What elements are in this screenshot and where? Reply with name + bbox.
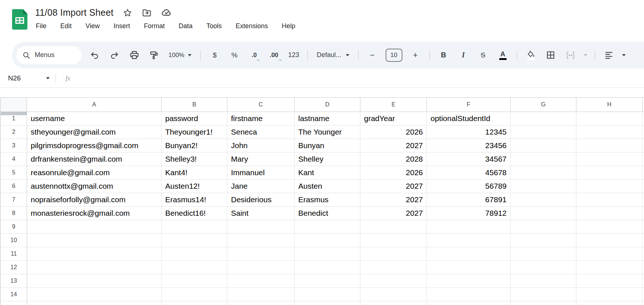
- name-box[interactable]: N26: [0, 74, 55, 82]
- cell-D5[interactable]: Kant: [295, 166, 360, 180]
- cell-A8[interactable]: monasteriesrock@gmail.com: [27, 207, 162, 220]
- cell-E3[interactable]: 2027: [360, 139, 427, 152]
- row-header-7[interactable]: 7: [1, 193, 27, 207]
- cell-B3[interactable]: Bunyan2!: [162, 139, 227, 152]
- star-icon[interactable]: [123, 8, 132, 18]
- row-header-10[interactable]: 10: [1, 234, 27, 247]
- cell-C11[interactable]: [227, 247, 295, 261]
- align-chevron-icon[interactable]: [622, 54, 626, 56]
- cell-H6[interactable]: [576, 180, 643, 193]
- cell-B2[interactable]: Theyounger1!: [162, 125, 227, 139]
- merge-cells-chevron-icon[interactable]: [584, 54, 587, 56]
- cell-E4[interactable]: 2028: [360, 152, 427, 166]
- cell-B7[interactable]: Erasmus14!: [162, 193, 227, 207]
- redo-button[interactable]: [108, 48, 121, 63]
- italic-button[interactable]: I: [457, 48, 470, 63]
- column-header-d[interactable]: D: [295, 97, 360, 112]
- cell-E11[interactable]: [360, 247, 427, 261]
- cell-D11[interactable]: [295, 247, 360, 261]
- increase-font-size-button[interactable]: +: [409, 48, 422, 63]
- cell-G11[interactable]: [511, 247, 576, 261]
- cell-C13[interactable]: [227, 274, 295, 288]
- cell-F4[interactable]: 34567: [427, 152, 511, 166]
- cell-E2[interactable]: 2026: [360, 125, 427, 139]
- cell-G13[interactable]: [511, 274, 576, 288]
- cell-C9[interactable]: [227, 220, 295, 234]
- cell-F14[interactable]: [427, 288, 511, 301]
- cell-E1[interactable]: gradYear: [360, 112, 427, 125]
- cell-F12[interactable]: [427, 261, 511, 274]
- cell-H14[interactable]: [576, 288, 643, 301]
- row-header-4[interactable]: 4: [1, 152, 27, 166]
- column-header-f[interactable]: F: [427, 97, 511, 112]
- format-currency-button[interactable]: $: [208, 48, 221, 63]
- cell-C12[interactable]: [227, 261, 295, 274]
- cell-H13[interactable]: [576, 274, 643, 288]
- menu-help[interactable]: Help: [280, 22, 297, 31]
- row-header-6[interactable]: 6: [1, 180, 27, 193]
- cell-G1[interactable]: [511, 112, 576, 125]
- cell-F8[interactable]: 78912: [427, 207, 511, 220]
- cell-A9[interactable]: [27, 220, 162, 234]
- menus-search-button[interactable]: Menus: [16, 46, 82, 64]
- cell-H15[interactable]: [576, 301, 643, 305]
- row-header-13[interactable]: 13: [1, 274, 27, 288]
- cell-A1[interactable]: username: [27, 112, 162, 125]
- select-all-corner[interactable]: [1, 97, 27, 112]
- number-format-button[interactable]: 123: [287, 48, 300, 63]
- cell-G6[interactable]: [511, 180, 576, 193]
- cell-G5[interactable]: [511, 166, 576, 180]
- cell-E10[interactable]: [360, 234, 427, 247]
- menu-data[interactable]: Data: [177, 22, 194, 31]
- cell-F3[interactable]: 23456: [427, 139, 511, 152]
- cell-E12[interactable]: [360, 261, 427, 274]
- cell-B9[interactable]: [162, 220, 227, 234]
- cell-G2[interactable]: [511, 125, 576, 139]
- freeze-row-handle[interactable]: [1, 112, 27, 115]
- cell-A12[interactable]: [27, 261, 162, 274]
- row-header-14[interactable]: 14: [1, 288, 27, 301]
- cell-F13[interactable]: [427, 274, 511, 288]
- cell-B12[interactable]: [162, 261, 227, 274]
- undo-button[interactable]: [88, 48, 101, 63]
- column-header-g[interactable]: G: [511, 97, 576, 112]
- cell-D15[interactable]: [295, 301, 360, 305]
- cell-C5[interactable]: Immanuel: [227, 166, 295, 180]
- cell-F15[interactable]: [427, 301, 511, 305]
- paint-format-button[interactable]: [147, 48, 160, 63]
- cell-A14[interactable]: [27, 288, 162, 301]
- cell-H3[interactable]: [576, 139, 643, 152]
- cell-C6[interactable]: Jane: [227, 180, 295, 193]
- cell-G8[interactable]: [511, 207, 576, 220]
- cell-D4[interactable]: Shelley: [295, 152, 360, 166]
- cell-E5[interactable]: 2026: [360, 166, 427, 180]
- row-header-9[interactable]: 9: [1, 220, 27, 234]
- borders-button[interactable]: [544, 48, 557, 63]
- row-header-2[interactable]: 2: [1, 125, 27, 139]
- cell-C15[interactable]: [227, 301, 295, 305]
- cell-F2[interactable]: 12345: [427, 125, 511, 139]
- format-percent-button[interactable]: %: [228, 48, 241, 63]
- cell-D7[interactable]: Erasmus: [295, 193, 360, 207]
- cell-E6[interactable]: 2027: [360, 180, 427, 193]
- cell-B8[interactable]: Benedict16!: [162, 207, 227, 220]
- cell-A15[interactable]: [27, 301, 162, 305]
- cell-A6[interactable]: austennottx@gmail.com: [27, 180, 162, 193]
- cell-H1[interactable]: [576, 112, 643, 125]
- cell-B4[interactable]: Shelley3!: [162, 152, 227, 166]
- row-header-5[interactable]: 5: [1, 166, 27, 180]
- decrease-decimal-button[interactable]: .0←: [247, 48, 261, 63]
- cell-G10[interactable]: [511, 234, 576, 247]
- cell-H12[interactable]: [576, 261, 643, 274]
- cell-F11[interactable]: [427, 247, 511, 261]
- menu-edit[interactable]: Edit: [59, 22, 73, 31]
- cell-A5[interactable]: reasonrule@gmail.com: [27, 166, 162, 180]
- cell-C7[interactable]: Desiderious: [227, 193, 295, 207]
- cell-G3[interactable]: [511, 139, 576, 152]
- merge-cells-button[interactable]: [564, 48, 577, 63]
- menu-format[interactable]: Format: [143, 22, 166, 31]
- sheets-logo-icon[interactable]: [12, 9, 27, 30]
- row-header-15[interactable]: [1, 301, 27, 305]
- row-header-3[interactable]: 3: [1, 139, 27, 152]
- column-header-b[interactable]: B: [162, 97, 227, 112]
